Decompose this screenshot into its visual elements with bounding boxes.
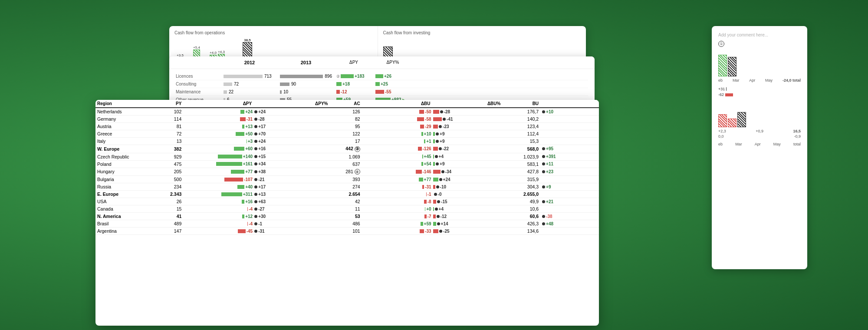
cell-dpy-bar: +311 <box>183 191 253 198</box>
cell-bu: 426,3 <box>502 220 540 228</box>
cell-bu: 2.655,0 <box>502 191 540 198</box>
cell-region: Czech Republic <box>95 153 160 160</box>
right-mini-bars <box>718 50 801 76</box>
dpy-bar <box>242 214 244 218</box>
dbu-bar <box>421 162 423 166</box>
cell-ac: 122 <box>330 130 362 138</box>
dbu-bar <box>424 139 426 143</box>
cashflow-ops-title: Cash flow from operations <box>174 30 372 35</box>
cell-region: W. Europe <box>95 145 160 153</box>
dpy-bar <box>247 139 247 143</box>
cell-dpy-pct: -28 <box>253 116 329 123</box>
dot-dbu <box>437 215 440 218</box>
cell-dbu-bar: +10 <box>362 130 432 138</box>
cell-region: Brasil <box>95 220 160 228</box>
cell-dbu-bar: -29 <box>362 123 432 130</box>
cell-dbu-bar: -1 <box>362 191 432 198</box>
col-ac: AC <box>330 100 362 108</box>
year-2012: 2012 <box>224 60 276 65</box>
cell-bu: 10,6 <box>502 205 540 213</box>
cell-dbu-bar: +45 <box>362 153 432 160</box>
cell-py: 81 <box>160 123 183 130</box>
cell-dpy-pct: +63 <box>253 198 329 205</box>
dot-dpy <box>254 132 257 135</box>
cell-region: Poland <box>95 160 160 168</box>
cell-dpy-pct: -1 <box>253 220 329 228</box>
main-table: Region PY ΔPY ΔPY% AC ΔBU ΔBU% BU Nether… <box>95 100 599 235</box>
table-row: Hungary205 +77 +38 281 ④ -146 -34 427,8 … <box>95 168 599 176</box>
col-bu: BU <box>502 100 540 108</box>
cell-extra: +95 <box>540 145 599 153</box>
cell-py: 489 <box>160 220 183 228</box>
cell-ac: 53 <box>330 213 362 220</box>
dbu-bar <box>419 178 423 182</box>
cell-ac: 486 <box>330 220 362 228</box>
cell-region: Germany <box>95 116 160 123</box>
cell-dbu-bar: -8 <box>362 198 432 205</box>
dot-dbu <box>443 118 446 121</box>
cell-py: 102 <box>160 108 183 116</box>
cell-py: 147 <box>160 228 183 235</box>
table-row: W. Europe382 +60 +16 442 ③ -126 -22 568,… <box>95 145 599 153</box>
dot-dpy <box>254 125 257 128</box>
cell-dbu-bar: +1 <box>362 138 432 145</box>
table-row: N. America41 +12 +30 53 -7 -12 60,6 -38 <box>95 213 599 220</box>
dpy-bar <box>242 200 244 204</box>
year-2013: 2013 <box>280 60 332 65</box>
circle-1: ① <box>718 41 801 47</box>
dbu-bar <box>421 132 423 136</box>
cell-extra: +23 <box>540 168 599 176</box>
cell-dpy-pct: +70 <box>253 130 329 138</box>
cell-ac: 82 <box>330 116 362 123</box>
table-scroll[interactable]: Region PY ΔPY ΔPY% AC ΔBU ΔBU% BU Nether… <box>95 100 599 326</box>
col-region: Region <box>95 100 160 108</box>
delta-py-pct-header: ΔPY% <box>375 60 410 65</box>
cell-dbu-pct: -34 <box>432 168 503 176</box>
dpy-bar <box>216 162 242 166</box>
cell-dbu-pct: +9 <box>432 138 503 145</box>
licences-row: Licences 713 896 ② +183 +26 <box>176 73 588 80</box>
dot-dpy <box>254 110 257 113</box>
dot-dbu <box>435 208 438 211</box>
cell-dbu-pct: +14 <box>432 220 503 228</box>
cell-region: Greece <box>95 130 160 138</box>
cell-region: Hungary <box>95 168 160 176</box>
dpy-bar <box>218 155 242 158</box>
cell-dpy-bar: -45 <box>183 228 253 235</box>
right-panel-vals: +31 -62 <box>718 87 801 97</box>
cell-bu: 112,4 <box>502 130 540 138</box>
cell-ac: 274 <box>330 183 362 191</box>
consulting-row: Consulting 72 90 +18 +25 <box>176 80 588 88</box>
cell-dpy-pct: +13 <box>253 191 329 198</box>
cell-region: E. Europe <box>95 191 160 198</box>
dpy-bar <box>242 125 244 129</box>
cell-dbu-bar: -31 <box>362 183 432 191</box>
cell-dbu-pct: +4 <box>432 205 503 213</box>
dot-dpy <box>254 200 257 203</box>
cell-dpy-pct: +16 <box>253 145 329 153</box>
cell-py: 234 <box>160 183 183 191</box>
dot-dbu <box>437 222 440 225</box>
cell-bu: 315,9 <box>502 176 540 183</box>
cell-dbu-bar: +0 <box>362 205 432 213</box>
dbu-bar <box>417 117 424 121</box>
cell-dpy-bar: +60 <box>183 145 253 153</box>
dot-dpy <box>254 215 257 218</box>
cell-bu: 15,3 <box>502 138 540 145</box>
cell-bu: 140,2 <box>502 116 540 123</box>
cell-dpy-bar: +50 <box>183 130 253 138</box>
dot-dbu <box>435 155 438 158</box>
cell-py: 2.343 <box>160 191 183 198</box>
cell-dbu-pct: -28 <box>432 108 503 116</box>
table-row: Czech Republic929 +140 +15 1.069 +45 +4 … <box>95 153 599 160</box>
cell-dbu-bar: -126 <box>362 145 432 153</box>
cell-dpy-bar: +161 <box>183 160 253 168</box>
cell-dbu-pct: +4 <box>432 153 503 160</box>
cell-dpy-pct: +15 <box>253 153 329 160</box>
dot-dbu <box>439 230 442 233</box>
cell-dbu-bar: -58 <box>362 116 432 123</box>
col-py: PY <box>160 100 183 108</box>
cell-ac: 11 <box>330 205 362 213</box>
cell-py: 26 <box>160 198 183 205</box>
cell-ac: 281 ④ <box>330 168 362 176</box>
